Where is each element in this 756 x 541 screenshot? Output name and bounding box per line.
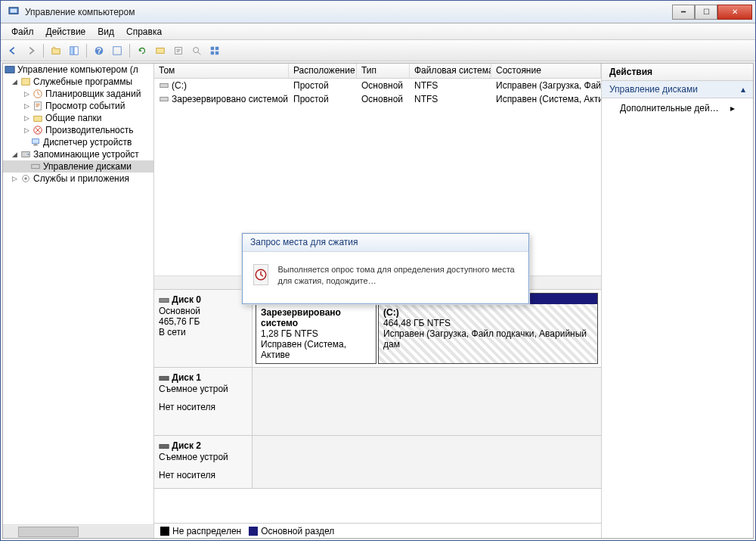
tree-system-tools[interactable]: ◢Служебные программы: [3, 76, 153, 88]
tree-label: Планировщик заданий: [45, 89, 141, 99]
help-button[interactable]: ?: [91, 43, 107, 58]
clock-icon: [253, 264, 268, 285]
tool-button[interactable]: [171, 43, 186, 58]
col-fs[interactable]: Файловая система: [410, 64, 491, 78]
tree-device-manager[interactable]: Диспетчер устройств: [3, 136, 153, 148]
disk-row: Диск 2 Съемное устрой Нет носителя: [154, 436, 601, 489]
disk-info[interactable]: Диск 0 Основной 465,76 ГБ В сети: [154, 290, 253, 367]
disk-status: Нет носителя: [159, 470, 247, 480]
col-type[interactable]: Тип: [357, 64, 410, 78]
tree-label: Управление дисками: [43, 161, 132, 172]
svg-rect-32: [160, 444, 169, 448]
refresh-button[interactable]: [135, 43, 150, 58]
maximize-button[interactable]: ☐: [695, 5, 717, 20]
toolbar-sep: [86, 44, 87, 58]
svg-rect-19: [34, 116, 42, 121]
expand-icon[interactable]: ▷: [11, 175, 18, 182]
volume-row[interactable]: (C:) Простой Основной NTFS Исправен (Заг…: [154, 79, 601, 92]
menu-action[interactable]: Действие: [40, 25, 92, 39]
cell: Основной: [357, 93, 410, 105]
expand-icon[interactable]: ◢: [11, 78, 18, 86]
cell: NTFS: [410, 79, 491, 92]
svg-rect-29: [160, 98, 169, 101]
show-hide-button[interactable]: [67, 43, 82, 58]
volume-row[interactable]: Зарезервировано системой Простой Основно…: [154, 92, 601, 106]
cell: Исправен (Система, Акти: [491, 93, 601, 105]
expand-icon[interactable]: ▷: [23, 102, 30, 110]
tree-performance[interactable]: ▷Производительность: [3, 124, 153, 136]
dialog-title: Запрос места для сжатия: [243, 234, 528, 252]
cell: Исправен (Загрузка, Фай: [491, 79, 601, 92]
svg-rect-1: [11, 8, 17, 12]
expand-icon[interactable]: ▷: [23, 114, 30, 122]
tree-shared-folders[interactable]: ▷Общие папки: [3, 112, 153, 124]
tree-root[interactable]: Управление компьютером (л: [3, 64, 153, 76]
svg-rect-3: [70, 46, 73, 54]
col-layout[interactable]: Расположение: [289, 64, 357, 78]
actions-more[interactable]: Дополнительные дей… ▸: [602, 98, 753, 118]
partition-body: Зарезервировано системо 1,28 ГБ NTFS Исп…: [256, 304, 376, 363]
disk-name: Диск 0: [172, 294, 201, 305]
expand-icon[interactable]: ▷: [23, 90, 30, 98]
disk-partitions: [253, 368, 601, 435]
tool-button[interactable]: [189, 43, 204, 58]
disk-size: 465,76 ГБ: [159, 316, 247, 327]
dialog-text: Выполняется опрос тома для определения д…: [277, 264, 518, 287]
tree-disk-management[interactable]: Управление дисками: [3, 160, 153, 173]
tree-task-scheduler[interactable]: ▷Планировщик заданий: [3, 88, 153, 100]
disk-name: Диск 2: [172, 440, 201, 451]
tree-label: Производительность: [45, 125, 133, 135]
close-button[interactable]: ✕: [717, 5, 752, 20]
tool-button[interactable]: [153, 43, 168, 58]
disk-row: Диск 1 Съемное устрой Нет носителя: [154, 368, 601, 436]
expand-icon[interactable]: ▷: [23, 126, 30, 134]
cell: Зарезервировано системой: [154, 93, 289, 106]
menu-view[interactable]: Вид: [91, 25, 120, 39]
svg-rect-21: [33, 139, 39, 144]
disk-status: В сети: [159, 327, 247, 337]
svg-point-27: [24, 177, 27, 180]
cell: NTFS: [410, 93, 491, 105]
disk-status: Нет носителя: [159, 402, 247, 412]
svg-rect-30: [160, 298, 169, 302]
col-status[interactable]: Состояние: [491, 64, 601, 78]
menu-file[interactable]: Файл: [5, 25, 40, 39]
collapse-icon[interactable]: ▴: [741, 84, 745, 95]
svg-rect-25: [32, 164, 40, 168]
cell: Простой: [289, 93, 357, 105]
svg-rect-2: [52, 48, 60, 54]
menu-help[interactable]: Справка: [120, 25, 168, 39]
tree-label: Службы и приложения: [33, 173, 129, 184]
svg-rect-4: [74, 46, 78, 54]
tree-hscrollbar[interactable]: [3, 524, 153, 538]
tree-services-apps[interactable]: ▷Службы и приложения: [3, 173, 153, 185]
legend: Не распределен Основной раздел: [154, 523, 601, 538]
scrollbar-thumb[interactable]: [18, 527, 79, 537]
disk-partitions: [253, 436, 601, 488]
actions-section-label: Управление дисками: [609, 84, 698, 95]
svg-rect-28: [160, 84, 169, 88]
legend-primary: Основной раздел: [249, 526, 334, 536]
minimize-button[interactable]: ━: [672, 5, 695, 20]
svg-rect-31: [160, 376, 169, 380]
titlebar[interactable]: Управление компьютером ━ ☐ ✕: [1, 1, 755, 23]
col-volume[interactable]: Том: [154, 64, 289, 78]
tree-storage[interactable]: ◢Запоминающие устройст: [3, 148, 153, 160]
actions-section[interactable]: Управление дисками ▴: [602, 81, 753, 98]
tree-label: Диспетчер устройств: [43, 137, 132, 148]
back-button[interactable]: [5, 43, 20, 58]
tool-button[interactable]: [207, 43, 222, 58]
svg-rect-7: [113, 46, 122, 54]
svg-rect-15: [5, 67, 14, 73]
forward-button[interactable]: [23, 43, 39, 58]
tree-event-viewer[interactable]: ▷Просмотр событий: [3, 100, 153, 112]
up-button[interactable]: [48, 43, 64, 58]
tool-button[interactable]: [110, 43, 125, 58]
toolbar-sep: [129, 44, 130, 58]
disk-info[interactable]: Диск 1 Съемное устрой Нет носителя: [154, 368, 253, 435]
tree-panel: Управление компьютером (л ◢Служебные про…: [3, 64, 154, 538]
expand-icon[interactable]: ◢: [11, 151, 18, 158]
tree-label: Запоминающие устройст: [33, 149, 139, 160]
cell: Основной: [357, 79, 410, 92]
disk-info[interactable]: Диск 2 Съемное устрой Нет носителя: [154, 436, 253, 488]
